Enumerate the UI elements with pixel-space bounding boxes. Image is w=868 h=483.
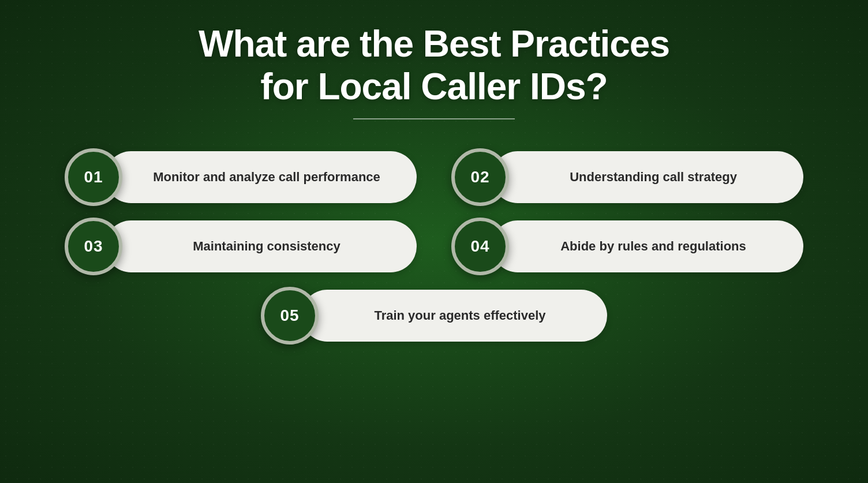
main-title: What are the Best Practices for Local Ca… [199, 23, 669, 108]
card-box-01: Monitor and analyze call performance [105, 151, 417, 203]
title-divider [353, 118, 515, 119]
title-section: What are the Best Practices for Local Ca… [199, 23, 669, 119]
badge-circle-05: 05 [261, 287, 319, 345]
card-item-03: 03 Maintaining consistency [65, 218, 417, 275]
title-line2: for Local Caller IDs? [260, 66, 607, 107]
card-box-05: Train your agents effectively [301, 290, 607, 342]
cards-section: 01 Monitor and analyze call performance … [35, 148, 833, 345]
cards-row-1: 01 Monitor and analyze call performance … [35, 148, 833, 206]
card-item-04: 04 Abide by rules and regulations [451, 218, 803, 275]
card-text-04: Abide by rules and regulations [560, 239, 746, 254]
badge-number-04: 04 [470, 237, 489, 256]
card-text-01: Monitor and analyze call performance [153, 170, 380, 185]
badge-circle-01: 01 [65, 148, 122, 206]
page-wrapper: What are the Best Practices for Local Ca… [0, 0, 868, 483]
card-box-03: Maintaining consistency [105, 220, 417, 272]
badge-number-05: 05 [280, 306, 299, 325]
title-line1: What are the Best Practices [199, 23, 669, 65]
card-item-01: 01 Monitor and analyze call performance [65, 148, 417, 206]
badge-number-03: 03 [84, 237, 103, 256]
card-text-05: Train your agents effectively [374, 308, 545, 323]
badge-circle-04: 04 [451, 218, 509, 275]
badge-circle-02: 02 [451, 148, 509, 206]
card-box-04: Abide by rules and regulations [492, 220, 803, 272]
card-text-02: Understanding call strategy [570, 170, 737, 185]
badge-number-01: 01 [84, 168, 103, 186]
card-item-02: 02 Understanding call strategy [451, 148, 803, 206]
card-box-02: Understanding call strategy [492, 151, 803, 203]
badge-circle-03: 03 [65, 218, 122, 275]
badge-number-02: 02 [470, 168, 489, 186]
card-item-05: 05 Train your agents effectively [261, 287, 607, 345]
cards-row-2: 03 Maintaining consistency 04 Abide by r… [35, 218, 833, 275]
card-text-03: Maintaining consistency [193, 239, 341, 254]
cards-row-3: 05 Train your agents effectively [35, 287, 833, 345]
